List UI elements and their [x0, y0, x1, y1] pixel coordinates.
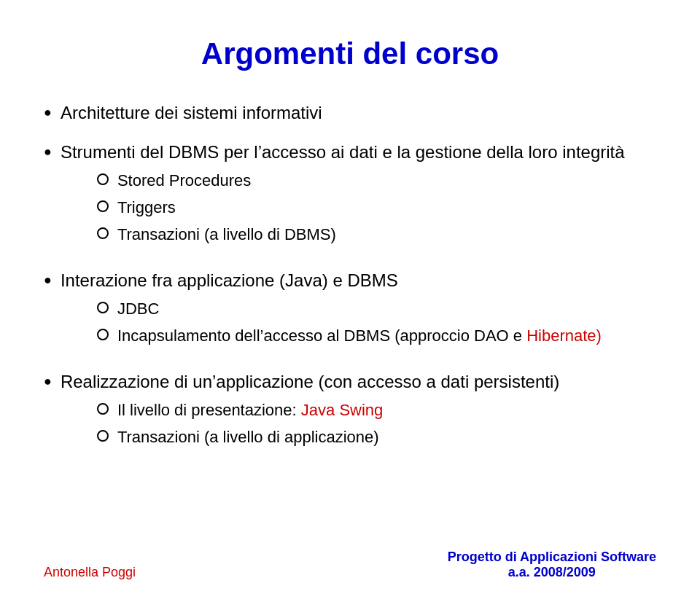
bullet-item-4: ● Realizzazione di un’applicazione (con … [44, 370, 656, 449]
sub-bullet-2-2: Triggers [97, 197, 656, 219]
sub-bullet-text-4-2: Transazioni (a livello di applicazione) [117, 426, 656, 449]
circle-icon-4-1 [97, 403, 109, 415]
slide-title: Argomenti del corso [44, 36, 656, 71]
bullet-text-1: Architetture dei sistemi informativi [61, 101, 656, 125]
bullet-item-3: ● Interazione fra applicazione (Java) e … [44, 268, 656, 348]
bullet-dot-4: ● [44, 372, 52, 391]
sub-bullets-4: Il livello di presentazione: Java Swing … [97, 399, 656, 449]
slide-container: Argomenti del corso ● Architetture dei s… [0, 0, 700, 602]
bullet-dot-1: ● [44, 103, 52, 122]
sub-bullets-2: Stored Procedures Triggers Transazioni (… [97, 170, 656, 246]
footer-course: Progetto di Applicazioni Software a.a. 2… [448, 550, 656, 580]
sub-bullet-4-2: Transazioni (a livello di applicazione) [97, 426, 656, 449]
circle-icon-2-2 [97, 200, 109, 212]
bullet-dot-2: ● [44, 143, 52, 161]
footer-author: Antonella Poggi [44, 565, 136, 580]
content-area: ● Architetture dei sistemi informativi ●… [44, 101, 656, 558]
sub-bullet-2-1: Stored Procedures [97, 170, 656, 192]
circle-icon-2-3 [97, 227, 109, 239]
bullet-item-2: ● Strumenti del DBMS per l’accesso ai da… [44, 140, 656, 246]
bullet-text-2: Strumenti del DBMS per l’accesso ai dati… [61, 140, 656, 246]
bullet-item-1: ● Architetture dei sistemi informativi [44, 101, 656, 125]
circle-icon-4-2 [97, 430, 109, 442]
sub-bullet-text-2-2: Triggers [117, 197, 656, 219]
sub-bullet-3-1: JDBC [97, 298, 656, 321]
circle-icon-3-1 [97, 302, 109, 313]
footer: Antonella Poggi Progetto di Applicazioni… [44, 550, 656, 580]
bullet-dot-3: ● [44, 271, 52, 289]
sub-bullet-4-1: Il livello di presentazione: Java Swing [97, 399, 656, 422]
bullet-text-4: Realizzazione di un’applicazione (con ac… [61, 370, 656, 449]
circle-icon-2-1 [97, 173, 109, 185]
sub-bullet-text-4-1: Il livello di presentazione: Java Swing [117, 399, 656, 422]
sub-bullet-text-3-1: JDBC [117, 298, 656, 321]
sub-bullet-text-2-3: Transazioni (a livello di DBMS) [117, 224, 656, 246]
sub-bullet-text-2-1: Stored Procedures [117, 170, 656, 192]
sub-bullet-3-2: Incapsulamento dell’accesso al DBMS (app… [97, 325, 656, 348]
sub-bullet-2-3: Transazioni (a livello di DBMS) [97, 224, 656, 246]
sub-bullet-text-3-2: Incapsulamento dell’accesso al DBMS (app… [117, 325, 656, 348]
sub-bullets-3: JDBC Incapsulamento dell’accesso al DBMS… [97, 298, 656, 348]
circle-icon-3-2 [97, 329, 109, 340]
bullet-text-3: Interazione fra applicazione (Java) e DB… [61, 268, 656, 348]
